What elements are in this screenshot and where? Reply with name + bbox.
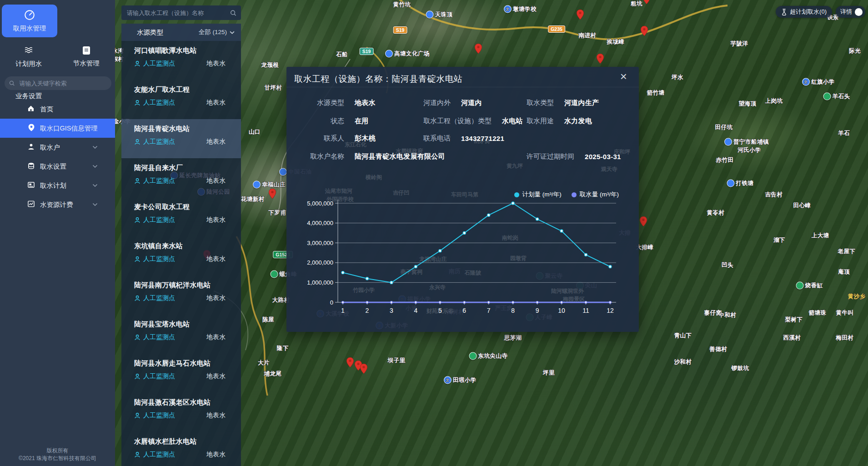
sidebar-item-plan[interactable]: 取水计划 xyxy=(0,176,115,195)
source-type-filter[interactable]: 全部 (125) xyxy=(199,28,235,36)
over-plan-intake-label: 超计划取水(0) xyxy=(790,8,827,16)
school-poi-icon[interactable] xyxy=(426,11,434,19)
list-item[interactable]: 友能水厂取水工程 人工监测点 地表水 xyxy=(121,80,241,119)
map-label: 老屋下 xyxy=(838,248,856,256)
map-label: 思茅湖 xyxy=(504,334,522,342)
water-source-type: 地表水 xyxy=(206,372,226,381)
svg-text:5,000,000: 5,000,000 xyxy=(307,200,333,207)
sidebar-item-home[interactable]: 首页 xyxy=(0,100,115,119)
svg-text:5: 5 xyxy=(438,307,442,314)
map-pin[interactable] xyxy=(269,189,276,199)
scenic-poi-icon[interactable] xyxy=(796,282,804,290)
sidebar-item-db[interactable]: 取水设置 xyxy=(0,157,115,176)
map-label: 锣鼓坑 xyxy=(732,365,749,372)
school-poi-icon[interactable]: 文 xyxy=(504,5,512,13)
person-icon xyxy=(134,178,140,184)
school-poi-icon[interactable] xyxy=(253,181,261,189)
sidebar-search[interactable] xyxy=(5,76,111,90)
list-item[interactable]: 陆河县青碇水电站 人工监测点 地表水 xyxy=(121,119,241,158)
list-item[interactable]: 东坑镇自来水站 人工监测点 地表水 xyxy=(121,236,241,276)
map-pin[interactable] xyxy=(641,26,648,36)
school-poi-icon[interactable] xyxy=(727,180,735,187)
svg-text:1,000,000: 1,000,000 xyxy=(307,279,333,286)
sidebar-item-bill[interactable]: 水资源计费 xyxy=(0,195,115,214)
school-poi-icon[interactable] xyxy=(279,168,287,176)
person-icon xyxy=(134,60,140,67)
over-plan-intake-button[interactable]: 超计划取水(0) xyxy=(776,6,832,18)
sidebar-search-input[interactable] xyxy=(18,80,107,87)
water-source-type: 地表水 xyxy=(206,255,226,263)
map-pin[interactable] xyxy=(643,0,650,4)
map-pin[interactable] xyxy=(597,54,604,64)
module-doc[interactable]: 节水管理 xyxy=(58,39,115,72)
map-label: 甘坪村 xyxy=(265,84,282,92)
map-label: 高塘文化广场 xyxy=(385,50,430,58)
school-poi-icon[interactable]: 文 xyxy=(444,376,452,384)
scenic-poi-icon[interactable] xyxy=(823,93,831,100)
map-pin[interactable] xyxy=(360,364,367,374)
list-item[interactable]: 陆河县宝塔水电站 人工监测点 地表水 xyxy=(121,315,241,354)
search-icon xyxy=(230,10,236,16)
map-label: 幸福山庄 xyxy=(253,181,286,189)
map-pin[interactable] xyxy=(640,216,647,226)
sidebar-item-label: 取水户 xyxy=(40,143,60,152)
scenic-poi-icon[interactable] xyxy=(271,271,278,278)
svg-text:12: 12 xyxy=(607,307,614,314)
map-label: 挨垅嶂 xyxy=(607,38,625,46)
chart-icon xyxy=(28,200,35,207)
list-item-title: 麦卡公司取水工程 xyxy=(134,203,234,211)
list-item-title: 河口镇唱歌潭水电站 xyxy=(134,46,234,55)
map-label: 天珠顶 xyxy=(426,11,453,19)
monitor-type: 人工监测点 xyxy=(143,177,175,185)
location-pin-icon xyxy=(28,124,35,131)
map-label: 打铁塘 xyxy=(727,180,754,187)
toggle-knob[interactable] xyxy=(855,8,863,16)
sidebar-item-pin[interactable]: 取水口GIS信息管理 xyxy=(0,119,115,138)
facility-search-input[interactable] xyxy=(126,9,230,17)
map-label: 粗坑 xyxy=(631,0,642,8)
sidebar-item-label: 取水计划 xyxy=(40,181,66,190)
map-label: 田心嶂 xyxy=(793,202,811,210)
facility-search[interactable] xyxy=(121,5,241,20)
map-label: 羊石 xyxy=(838,130,850,137)
module-gauge[interactable]: 取用水管理 xyxy=(2,5,57,37)
school-poi-icon[interactable] xyxy=(724,138,732,146)
svg-text:2: 2 xyxy=(366,307,369,314)
list-item[interactable]: 麦卡公司取水工程 人工监测点 地表水 xyxy=(121,197,241,236)
sidebar-item-user[interactable]: 取水户 xyxy=(0,138,115,157)
water-source-type: 地表水 xyxy=(206,177,226,185)
map-label: 下罗甫 xyxy=(269,209,286,217)
chevron-down-icon xyxy=(92,203,98,206)
chevron-down-icon xyxy=(230,31,235,34)
scenic-poi-icon[interactable] xyxy=(469,352,477,360)
road-badge: S19 xyxy=(360,48,374,55)
chevron-down-icon xyxy=(92,165,98,168)
svg-text:4: 4 xyxy=(414,307,417,314)
school-poi-icon[interactable] xyxy=(385,50,393,58)
map-label: 文墩塘学校 xyxy=(504,5,537,13)
svg-text:10: 10 xyxy=(558,307,565,314)
list-item[interactable]: 陆河县水唇走马石水电站 人工监测点 地表水 xyxy=(121,354,241,393)
svg-text:9: 9 xyxy=(536,307,539,314)
map-pin[interactable] xyxy=(475,44,482,54)
chevron-down-icon xyxy=(92,145,98,149)
map-pin[interactable] xyxy=(577,10,584,20)
map-label: 黄竹坑 xyxy=(393,1,411,9)
map-label: 普宁市船埔镇 xyxy=(724,138,769,146)
map-label: 黄岺村 xyxy=(707,209,725,217)
list-item[interactable]: 陆河县南万镇杞洋水电站 人工监测点 地表水 xyxy=(121,276,241,315)
school-poi-icon[interactable]: 文 xyxy=(802,78,810,86)
map-label: 羊石头 xyxy=(823,93,850,100)
map-label: 黄牛叫 xyxy=(836,309,854,317)
list-item-title: 陆河县自来水厂 xyxy=(134,164,234,172)
list-item[interactable]: 水唇镇水栏肚水电站 人工监测点 地表水 xyxy=(121,432,241,466)
list-item[interactable]: 河口镇唱歌潭水电站 人工监测点 地表水 xyxy=(121,41,241,80)
module-waves[interactable]: 计划用水 xyxy=(0,39,58,72)
sidebar-item-label: 取水口GIS信息管理 xyxy=(40,124,97,133)
map-pin[interactable] xyxy=(346,357,354,367)
water-source-type: 地表水 xyxy=(206,451,226,459)
list-item[interactable]: 陆河县激石溪老区水电站 人工监测点 地表水 xyxy=(121,393,241,432)
flask-icon xyxy=(781,9,787,15)
detail-toggle[interactable]: 详情 xyxy=(836,6,865,18)
list-item[interactable]: 陆河县自来水厂 人工监测点 地表水 xyxy=(121,158,241,197)
